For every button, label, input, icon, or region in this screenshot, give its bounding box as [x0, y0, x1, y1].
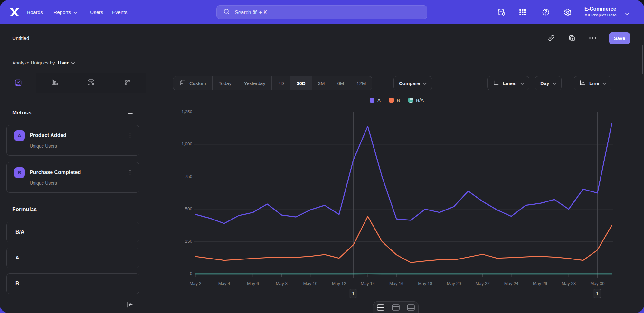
metric-badge: A — [14, 130, 25, 141]
chart-type-label: Line — [589, 81, 599, 86]
range-label: 6M — [337, 81, 344, 86]
range-label: 30D — [297, 81, 306, 86]
scale-dropdown[interactable]: Linear — [487, 76, 529, 90]
y-axis-label: 0 — [160, 271, 192, 276]
mixpanel-app-window: Boards Reports Users Events Search ⌘ + K — [0, 0, 644, 313]
x-axis-label: May 16 — [383, 281, 410, 286]
range-30d[interactable]: 30D — [290, 76, 312, 90]
collapse-sidebar-icon[interactable] — [126, 300, 135, 309]
series-line-B — [195, 216, 612, 263]
retention-dots-icon — [123, 78, 131, 88]
metric-measure[interactable]: Unique Users — [30, 143, 57, 149]
layout-top-button[interactable] — [388, 302, 403, 313]
range-custom[interactable]: Custom — [173, 76, 213, 90]
report-title[interactable]: Untitled — [12, 35, 29, 41]
duplicate-icon[interactable] — [568, 34, 576, 42]
chevron-down-icon — [553, 81, 556, 86]
nav-item-events[interactable]: Events — [112, 0, 127, 24]
formula-card[interactable]: B/A — [6, 222, 139, 242]
layout-split-icon — [376, 304, 385, 312]
chevron-down-icon — [423, 81, 427, 86]
project-name: E-Commerce — [584, 5, 617, 12]
range-12m[interactable]: 12M — [350, 76, 372, 90]
add-formula-button[interactable] — [126, 206, 135, 215]
x-axis-label: May 2 — [182, 281, 209, 286]
range-label: Today — [219, 81, 232, 86]
formula-name: A — [15, 255, 19, 261]
nav-item-users[interactable]: Users — [90, 0, 103, 24]
data-management-icon[interactable] — [497, 8, 506, 16]
x-axis-label: May 30 — [584, 281, 611, 286]
more-options-icon[interactable] — [587, 34, 599, 42]
range-today[interactable]: Today — [213, 76, 238, 90]
compare-dropdown[interactable]: Compare — [393, 76, 432, 90]
annotation-badge[interactable]: 1 — [349, 289, 357, 298]
project-switcher[interactable]: E-Commerce All Project Data — [584, 5, 617, 18]
range-3m[interactable]: 3M — [312, 76, 331, 90]
apps-grid-icon[interactable] — [518, 8, 527, 16]
annotation-badge[interactable]: 1 — [593, 289, 601, 298]
kebab-menu-icon[interactable] — [127, 132, 134, 139]
analyze-label: Analyze Uniques by — [12, 60, 55, 65]
range-label: Yesterday — [244, 81, 265, 86]
range-6m[interactable]: 6M — [331, 76, 350, 90]
layout-bottom-button[interactable] — [403, 302, 418, 313]
y-axis-label: 1,000 — [160, 142, 192, 146]
line-chart[interactable] — [146, 93, 644, 313]
y-axis-label: 500 — [160, 206, 192, 211]
header-divider — [603, 33, 603, 43]
tab-flows[interactable] — [73, 73, 109, 93]
formula-card[interactable]: A — [6, 248, 139, 268]
nav-item-reports[interactable]: Reports — [53, 0, 77, 24]
formula-card[interactable]: B — [6, 273, 139, 294]
range-label: Custom — [189, 81, 206, 86]
chart-type-dropdown[interactable]: Line — [574, 76, 611, 90]
x-axis-label: May 24 — [498, 281, 525, 286]
analyze-by-dropdown[interactable]: User — [58, 60, 75, 65]
tab-insights-line[interactable] — [0, 73, 36, 93]
kebab-menu-icon[interactable] — [127, 169, 134, 176]
copy-link-icon[interactable] — [547, 34, 555, 42]
date-range-segmented-control: Custom Today Yesterday 7D 30D 3M 6M 12M — [173, 76, 372, 90]
formula-name: B — [15, 281, 19, 287]
chevron-down-icon[interactable] — [625, 11, 629, 16]
tab-retention[interactable] — [109, 73, 146, 93]
metric-card-a[interactable]: A Product Added Unique Users — [6, 125, 139, 156]
tab-bar-chart[interactable] — [36, 73, 73, 93]
x-axis-label: May 8 — [268, 281, 295, 286]
y-axis-label: 750 — [160, 174, 192, 179]
mixpanel-logo-icon[interactable] — [8, 7, 21, 19]
interval-label: Day — [540, 81, 549, 86]
chevron-down-icon — [602, 81, 606, 86]
layout-bottom-icon — [407, 304, 415, 312]
linear-axis-icon — [493, 79, 499, 87]
search-input[interactable]: Search ⌘ + K — [216, 5, 427, 19]
insights-line-icon — [14, 79, 22, 88]
nav-item-label: Events — [112, 9, 127, 15]
panel-layout-toggle — [373, 301, 419, 313]
settings-gear-icon[interactable] — [564, 8, 572, 16]
range-label: 12M — [356, 81, 366, 86]
analyze-value: User — [58, 60, 69, 65]
analyze-row: Analyze Uniques by User — [0, 53, 146, 73]
layout-split-button[interactable] — [373, 302, 388, 313]
save-button[interactable]: Save — [609, 32, 630, 44]
project-scope: All Project Data — [584, 12, 617, 18]
range-7d[interactable]: 7D — [272, 76, 290, 90]
top-nav-bar: Boards Reports Users Events Search ⌘ + K — [0, 0, 644, 24]
x-axis-label: May 4 — [211, 281, 238, 286]
line-chart-icon — [579, 79, 586, 87]
nav-item-boards[interactable]: Boards — [27, 0, 43, 24]
metric-measure[interactable]: Unique Users — [30, 181, 57, 186]
x-axis-label: May 20 — [440, 281, 468, 286]
add-metric-button[interactable] — [126, 110, 135, 118]
scrollbar[interactable] — [642, 45, 643, 74]
metric-card-b[interactable]: B Purchase Completed Unique Users — [6, 162, 139, 193]
range-yesterday[interactable]: Yesterday — [238, 76, 272, 90]
x-axis-label: May 18 — [412, 281, 439, 286]
help-icon[interactable] — [542, 8, 550, 16]
compare-label: Compare — [399, 81, 420, 86]
interval-dropdown[interactable]: Day — [535, 76, 562, 90]
y-axis-label: 1,250 — [160, 109, 192, 114]
layout-top-icon — [392, 304, 400, 312]
